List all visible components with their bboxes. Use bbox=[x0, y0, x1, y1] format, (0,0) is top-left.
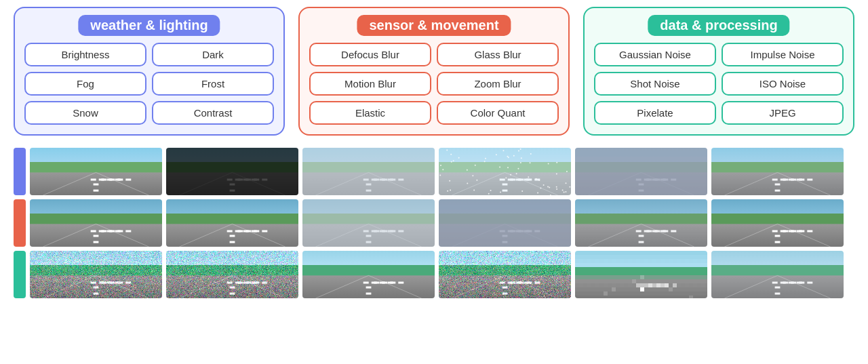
road-canvas-blue-1 bbox=[166, 148, 298, 195]
road-image-green-5 bbox=[711, 251, 844, 298]
road-image-blue-2 bbox=[302, 148, 435, 195]
road-canvas-blue-4 bbox=[575, 148, 707, 195]
category-title-data: data & processing bbox=[648, 15, 789, 36]
road-canvas-green-1 bbox=[166, 251, 298, 298]
item-chip-gaussian-noise[interactable]: Gaussian Noise bbox=[594, 43, 716, 66]
category-box-data: data & processingGaussian NoiseImpulse N… bbox=[583, 7, 854, 136]
road-canvas-blue-2 bbox=[302, 148, 435, 195]
road-canvas-blue-0 bbox=[30, 148, 162, 195]
road-image-blue-3 bbox=[439, 148, 571, 195]
road-image-blue-4 bbox=[575, 148, 707, 195]
road-canvas-red-0 bbox=[30, 199, 162, 247]
row-indicator-red bbox=[14, 199, 26, 247]
item-chip-impulse-noise[interactable]: Impulse Noise bbox=[722, 43, 844, 66]
item-chip-fog[interactable]: Fog bbox=[24, 72, 146, 96]
road-canvas-red-3 bbox=[439, 199, 571, 247]
item-chip-snow[interactable]: Snow bbox=[24, 101, 146, 125]
item-chip-frost[interactable]: Frost bbox=[152, 72, 274, 96]
item-chip-elastic[interactable]: Elastic bbox=[309, 101, 431, 125]
image-row-green bbox=[14, 251, 854, 298]
road-canvas-red-1 bbox=[166, 199, 298, 247]
road-canvas-blue-5 bbox=[711, 148, 844, 195]
image-row-blue bbox=[14, 148, 854, 195]
item-chip-defocus-blur[interactable]: Defocus Blur bbox=[309, 43, 431, 66]
main-container: weather & lightingBrightnessDarkFogFrost… bbox=[0, 0, 868, 364]
category-box-sensor: sensor & movementDefocus BlurGlass BlurM… bbox=[298, 7, 570, 136]
road-image-blue-5 bbox=[711, 148, 844, 195]
road-image-green-2 bbox=[302, 251, 435, 298]
row-indicator-blue bbox=[14, 148, 26, 195]
road-canvas-green-0 bbox=[30, 251, 162, 298]
item-chip-zoom-blur[interactable]: Zoom Blur bbox=[437, 72, 559, 96]
road-image-green-1 bbox=[166, 251, 298, 298]
items-grid-data: Gaussian NoiseImpulse NoiseShot NoiseISO… bbox=[594, 43, 844, 125]
road-image-green-0 bbox=[30, 251, 162, 298]
categories-row: weather & lightingBrightnessDarkFogFrost… bbox=[14, 7, 854, 136]
item-chip-contrast[interactable]: Contrast bbox=[152, 101, 274, 125]
road-image-red-3 bbox=[439, 199, 571, 247]
items-grid-sensor: Defocus BlurGlass BlurMotion BlurZoom Bl… bbox=[309, 43, 559, 125]
road-image-blue-1 bbox=[166, 148, 298, 195]
road-image-red-2 bbox=[302, 199, 435, 247]
road-canvas-green-4 bbox=[575, 251, 707, 298]
road-canvas-red-5 bbox=[711, 199, 844, 247]
item-chip-brightness[interactable]: Brightness bbox=[24, 43, 146, 66]
road-canvas-blue-3 bbox=[439, 148, 571, 195]
road-image-green-4 bbox=[575, 251, 707, 298]
category-title-sensor: sensor & movement bbox=[357, 15, 511, 36]
item-chip-dark[interactable]: Dark bbox=[152, 43, 274, 66]
item-chip-glass-blur[interactable]: Glass Blur bbox=[437, 43, 559, 66]
images-section bbox=[14, 148, 854, 298]
road-image-green-3 bbox=[439, 251, 571, 298]
road-canvas-green-2 bbox=[302, 251, 435, 298]
road-image-red-4 bbox=[575, 199, 707, 247]
image-row-red bbox=[14, 199, 854, 247]
item-chip-shot-noise[interactable]: Shot Noise bbox=[594, 72, 716, 96]
item-chip-iso-noise[interactable]: ISO Noise bbox=[722, 72, 844, 96]
road-image-red-1 bbox=[166, 199, 298, 247]
items-grid-weather: BrightnessDarkFogFrostSnowContrast bbox=[24, 43, 274, 125]
road-canvas-red-2 bbox=[302, 199, 435, 247]
road-canvas-green-5 bbox=[711, 251, 844, 298]
category-title-weather: weather & lighting bbox=[78, 15, 220, 36]
item-chip-motion-blur[interactable]: Motion Blur bbox=[309, 72, 431, 96]
category-box-weather: weather & lightingBrightnessDarkFogFrost… bbox=[14, 7, 285, 136]
road-canvas-green-3 bbox=[439, 251, 571, 298]
item-chip-jpeg[interactable]: JPEG bbox=[722, 101, 844, 125]
road-image-red-5 bbox=[711, 199, 844, 247]
row-indicator-green bbox=[14, 251, 26, 298]
road-image-blue-0 bbox=[30, 148, 162, 195]
road-canvas-red-4 bbox=[575, 199, 707, 247]
item-chip-color-quant[interactable]: Color Quant bbox=[437, 101, 559, 125]
road-image-red-0 bbox=[30, 199, 162, 247]
item-chip-pixelate[interactable]: Pixelate bbox=[594, 101, 716, 125]
